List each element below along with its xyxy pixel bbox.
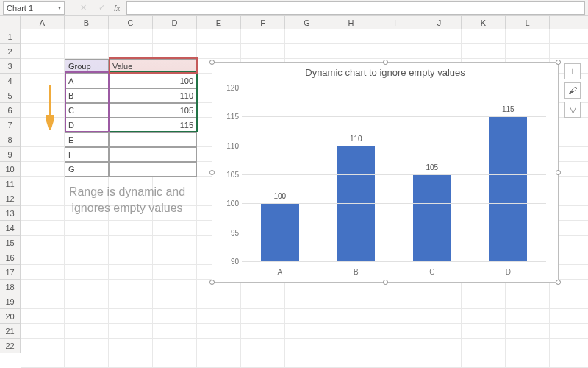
row-header[interactable]: 17 bbox=[0, 265, 20, 280]
accept-icon: ✓ bbox=[96, 3, 108, 13]
chart-plot-area: 100110105115 9095100105110115120 bbox=[242, 88, 546, 261]
row-header[interactable]: 9 bbox=[0, 147, 20, 162]
row-header[interactable]: 15 bbox=[0, 236, 20, 250]
row-header[interactable]: 20 bbox=[0, 309, 20, 324]
column-header[interactable]: H bbox=[329, 16, 373, 29]
formula-bar[interactable] bbox=[126, 1, 585, 15]
row-header[interactable]: 13 bbox=[0, 206, 20, 221]
column-header[interactable]: B bbox=[65, 16, 109, 29]
table-row: F bbox=[65, 147, 197, 162]
column-header[interactable]: K bbox=[462, 16, 506, 29]
row-header[interactable]: 3 bbox=[0, 59, 20, 74]
chart-y-tick: 105 bbox=[220, 171, 239, 179]
chart-y-tick: 120 bbox=[220, 84, 239, 92]
annotation-text: Range is dynamic and ignores empty value… bbox=[65, 184, 190, 216]
row-header[interactable]: 19 bbox=[0, 294, 20, 309]
chart-style-icon[interactable]: 🖌 bbox=[564, 82, 581, 99]
chart-handle[interactable] bbox=[209, 60, 215, 65]
cell-group[interactable]: F bbox=[65, 147, 109, 162]
row-header[interactable]: 10 bbox=[0, 162, 20, 177]
chart-gridline bbox=[242, 174, 546, 175]
worksheet-grid[interactable]: Group Value A100B110C105D115EFG Range is… bbox=[21, 29, 588, 368]
chart-x-tick: A bbox=[242, 268, 318, 276]
row-header[interactable]: 4 bbox=[0, 74, 20, 88]
data-table: Group Value A100B110C105D115EFG bbox=[65, 59, 197, 177]
chart-y-tick: 115 bbox=[220, 113, 239, 121]
column-header[interactable]: G bbox=[285, 16, 329, 29]
chart-gridline bbox=[242, 233, 546, 233]
chevron-down-icon[interactable]: ▾ bbox=[58, 4, 61, 11]
column-header[interactable] bbox=[0, 16, 21, 29]
chart-gridline bbox=[242, 203, 546, 204]
chart-handle[interactable] bbox=[383, 60, 388, 65]
column-header[interactable]: E bbox=[197, 16, 241, 29]
column-header[interactable]: C bbox=[109, 16, 153, 29]
chart-handle[interactable] bbox=[209, 280, 215, 285]
row-header[interactable]: 18 bbox=[0, 280, 20, 294]
row-header[interactable]: 6 bbox=[0, 103, 20, 118]
row-header[interactable]: 14 bbox=[0, 221, 20, 236]
chart-data-label: 105 bbox=[426, 163, 438, 171]
row-header[interactable]: 8 bbox=[0, 132, 20, 147]
row-header[interactable]: 1 bbox=[0, 29, 20, 44]
row-header[interactable]: 2 bbox=[0, 44, 20, 59]
cell-value[interactable]: 110 bbox=[109, 88, 197, 103]
name-box[interactable]: Chart 1 ▾ bbox=[3, 1, 65, 15]
chart-handle[interactable] bbox=[383, 280, 388, 285]
row-header[interactable]: 21 bbox=[0, 324, 20, 339]
cell-group[interactable]: C bbox=[65, 103, 109, 118]
cell-value[interactable]: 105 bbox=[109, 103, 197, 118]
cell-group[interactable]: E bbox=[65, 132, 109, 147]
row-headers: 12345678910111213141516171819202122 bbox=[0, 29, 21, 353]
cell-group[interactable]: G bbox=[65, 162, 109, 177]
row-header[interactable]: 16 bbox=[0, 250, 20, 265]
name-box-value: Chart 1 bbox=[7, 4, 33, 13]
chart-handle[interactable] bbox=[209, 170, 215, 175]
chart-handle[interactable] bbox=[556, 280, 561, 285]
chart-gridline bbox=[242, 261, 546, 262]
row-header[interactable]: 5 bbox=[0, 88, 20, 103]
cell-group[interactable]: A bbox=[65, 74, 109, 88]
table-header-group[interactable]: Group bbox=[65, 59, 109, 74]
table-row: C105 bbox=[65, 103, 197, 118]
chart-filter-icon[interactable]: ▽ bbox=[564, 102, 581, 118]
chart-handle[interactable] bbox=[556, 60, 561, 65]
chart-object[interactable]: Dynamic chart to ignore empty values 100… bbox=[212, 62, 559, 283]
column-header[interactable]: F bbox=[241, 16, 285, 29]
row-header[interactable]: 22 bbox=[0, 339, 20, 353]
column-header[interactable]: A bbox=[21, 16, 65, 29]
chart-controls: + 🖌 ▽ bbox=[564, 63, 581, 118]
column-header[interactable]: J bbox=[417, 16, 462, 29]
chart-bar[interactable] bbox=[489, 116, 527, 261]
chart-data-label: 115 bbox=[502, 105, 514, 113]
chart-gridline bbox=[242, 146, 546, 146]
cell-value[interactable]: 100 bbox=[109, 74, 197, 88]
table-row: B110 bbox=[65, 88, 197, 103]
chart-handle[interactable] bbox=[556, 170, 561, 175]
row-header[interactable]: 12 bbox=[0, 191, 20, 206]
column-header[interactable]: I bbox=[373, 16, 417, 29]
cell-group[interactable]: B bbox=[65, 88, 109, 103]
column-header[interactable]: D bbox=[153, 16, 197, 29]
cell-group[interactable]: D bbox=[65, 118, 109, 132]
arrow-down-icon bbox=[46, 85, 54, 130]
cell-value[interactable] bbox=[109, 162, 197, 177]
table-header-value[interactable]: Value bbox=[109, 59, 197, 74]
column-header[interactable]: L bbox=[506, 16, 550, 29]
chart-x-tick: C bbox=[394, 268, 470, 276]
formula-bar-row: Chart 1 ▾ ✕ ✓ fx bbox=[0, 0, 588, 16]
table-row: D115 bbox=[65, 118, 197, 132]
cell-value[interactable]: 115 bbox=[109, 118, 197, 132]
chart-add-icon[interactable]: + bbox=[564, 63, 581, 79]
chart-gridline bbox=[242, 88, 546, 88]
row-header[interactable]: 11 bbox=[0, 177, 20, 191]
chart-bar[interactable] bbox=[413, 174, 451, 261]
fx-icon[interactable]: fx bbox=[114, 4, 121, 13]
row-header[interactable]: 7 bbox=[0, 118, 20, 132]
chart-y-tick: 100 bbox=[220, 199, 239, 208]
chart-gridline bbox=[242, 116, 546, 117]
cell-value[interactable] bbox=[109, 147, 197, 162]
cell-value[interactable] bbox=[109, 132, 197, 147]
table-row: G bbox=[65, 162, 197, 177]
chart-x-tick: D bbox=[470, 268, 547, 276]
